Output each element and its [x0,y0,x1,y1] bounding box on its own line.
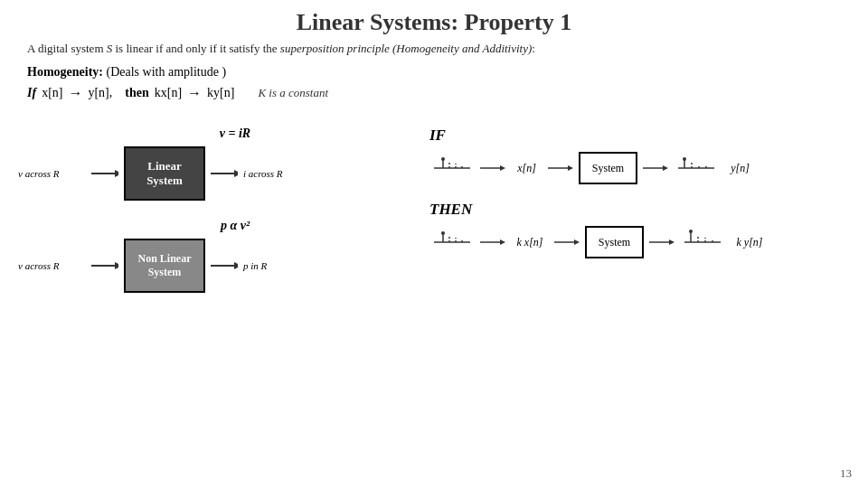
v-eq-ir: v = iR [90,127,380,141]
y-n: y[n], [88,86,112,100]
top-x-label: x[n] [511,162,542,175]
arrow2: → [187,85,202,101]
svg-marker-37 [669,239,675,245]
linear-row: v across R Linear System i across R [18,146,380,201]
svg-marker-33 [500,239,505,245]
svg-point-10 [441,157,445,161]
then-row: k x[n] System k y[n] [429,226,854,258]
nonlinear-group: p α v² v across R Non Linear System p in… [18,219,380,293]
svg-point-28 [441,231,445,235]
if-label: IF [429,127,854,145]
svg-marker-3 [234,170,238,177]
right-column: IF x[n] System [429,127,854,267]
then-keyword: then [125,86,148,100]
homogeneity-label: Homogeneity: [27,65,103,79]
subtitle-mid: is linear if and only if it satisfy the [112,42,280,55]
arr-bot-1 [480,235,505,249]
svg-marker-1 [115,170,118,177]
if-keyword: If [27,86,36,100]
p-in-r: p in R [243,260,311,271]
page-number: 13 [840,466,852,481]
v-across-r-bottom: v across R [18,260,86,271]
svg-marker-19 [663,165,668,171]
arr-bot-3 [649,235,675,249]
right-arrow-top [211,166,238,181]
homogeneity-sublabel: (Deals with amplitude ) [106,65,226,79]
subtitle-end: : [532,42,535,55]
i-across-r: i across R [243,168,311,179]
system-box-bottom: System [585,226,644,258]
arr-bot-2 [554,235,580,249]
svg-marker-15 [500,165,505,171]
page-title: Linear Systems: Property 1 [27,9,841,36]
svg-marker-7 [234,262,238,269]
subtitle: A digital system S is linear if and only… [27,42,841,56]
bottom-x-label: k x[n] [511,236,549,249]
subtitle-prefix: A digital system [27,42,107,55]
subtitle-italic: superposition principle (Homogeneity and… [280,42,533,55]
k-constant: K is a constant [258,86,328,100]
arr-top-2 [548,161,573,175]
svg-marker-5 [115,262,118,269]
bottom-y-label: k y[n] [731,236,769,249]
p-alpha-v2: p α v² [90,219,380,233]
nonlinear-row: v across R Non Linear System p in R [18,239,380,293]
input-signal-bottom [429,226,475,258]
output-signal-bottom [680,226,725,258]
then-label: THEN [429,201,854,219]
svg-point-40 [689,230,693,233]
system-box-top: System [579,152,637,184]
svg-marker-17 [568,165,573,171]
top-y-label: y[n] [724,162,756,175]
linear-system-box: Linear System [124,146,205,201]
kx-n: kx[n] [155,86,182,100]
output-signal-top [674,152,719,184]
arr-top-3 [643,161,668,175]
right-arrow-bottom [211,258,238,273]
linear-group: v = iR v across R Linear System i across… [18,127,380,201]
formula-line: If x[n] → y[n], then kx[n] → ky[n] K is … [27,85,841,101]
x-n: x[n] [42,86,62,100]
svg-point-22 [683,157,686,161]
ky-n: ky[n] [207,86,234,100]
arrow1: → [68,85,82,101]
nonlinear-system-box: Non Linear System [124,239,205,293]
page: Linear Systems: Property 1 A digital sys… [0,0,868,488]
svg-marker-35 [574,239,580,245]
input-signal-top [429,152,475,184]
left-column: v = iR v across R Linear System i across… [18,127,380,293]
v-across-r-top: v across R [18,168,86,179]
homogeneity-section: Homogeneity: (Deals with amplitude ) [27,65,841,80]
arr-top-1 [480,161,505,175]
left-arrow-top [91,166,118,181]
left-arrow-bottom [91,258,118,273]
if-row: x[n] System y[n] [429,152,854,184]
